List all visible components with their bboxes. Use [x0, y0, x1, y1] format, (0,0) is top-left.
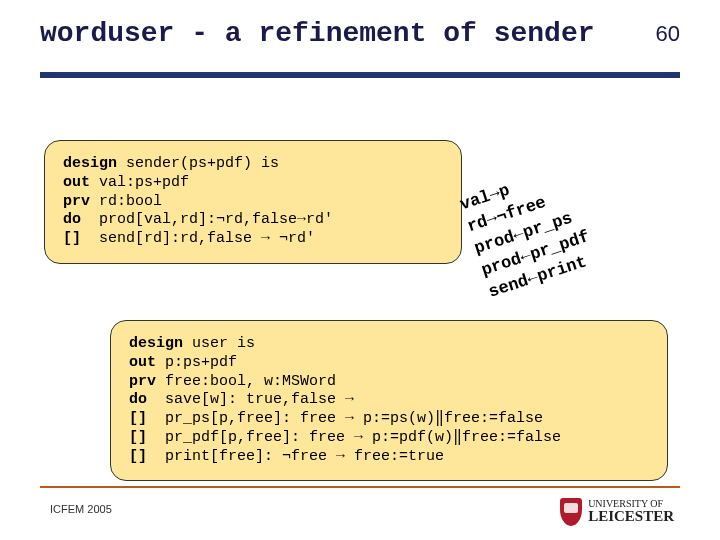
user-design-box: design user is out p:ps+pdf prv free:boo…: [110, 320, 668, 481]
title-mono: worduser: [40, 18, 174, 49]
slide-title: worduser - a refinement of sender: [40, 18, 595, 49]
sender-design-box: design sender(ps+pdf) is out val:ps+pdf …: [44, 140, 462, 264]
university-logo: UNIVERSITY OF LEICESTER: [560, 498, 674, 526]
refinement-annotation: val→prd→¬freeprod←pr_psprod←pr_pdfsend←p…: [457, 130, 692, 304]
uni-big: LEICESTER: [588, 509, 674, 525]
title-row: worduser - a refinement of sender 60: [40, 18, 680, 49]
shield-icon: [560, 498, 582, 526]
slide: worduser - a refinement of sender 60 des…: [0, 0, 720, 540]
page-number: 60: [656, 21, 680, 47]
title-rest: - a refinement of sender: [174, 18, 594, 49]
footer-rule: [40, 486, 680, 488]
title-rule: [40, 72, 680, 78]
footer-conference: ICFEM 2005: [50, 503, 112, 515]
university-name: UNIVERSITY OF LEICESTER: [588, 499, 674, 525]
